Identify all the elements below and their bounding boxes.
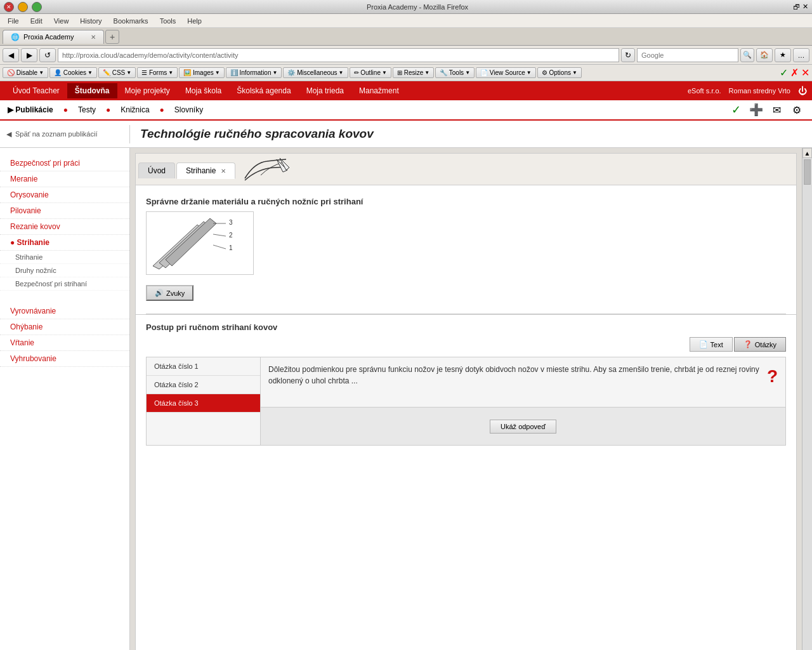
- menu-file[interactable]: File: [3, 16, 24, 26]
- sidebar-item-ohybanie[interactable]: Ohýbanie: [0, 319, 129, 335]
- sidebar-item-vyrovnavanie[interactable]: Vyrovnávanie: [0, 303, 129, 319]
- question-3[interactable]: Otázka číslo 3: [147, 394, 260, 413]
- back-button[interactable]: ◀: [3, 48, 19, 62]
- sidebar-item-strihanie[interactable]: Strihanie: [0, 235, 129, 251]
- menu-view[interactable]: View: [49, 16, 74, 26]
- sub-nav-bullet3: ●: [160, 105, 164, 114]
- content-tab-strihanie[interactable]: Strihanie ✕: [176, 162, 235, 179]
- sidebar-item-meranie[interactable]: Meranie: [0, 171, 129, 187]
- sub-nav-kniznica[interactable]: Knižnica: [121, 105, 149, 114]
- questions-panel: Otázka číslo 1 Otázka číslo 2 Otázka čís…: [146, 357, 786, 446]
- back-link[interactable]: ◀ Späť na zoznam publikácií: [6, 130, 123, 138]
- close-icon[interactable]: ✕: [802, 3, 808, 11]
- nav-studovna[interactable]: Študovňa: [67, 83, 117, 98]
- checkmark-icon[interactable]: ✓: [728, 102, 743, 117]
- sidebar-item-vrtanie[interactable]: Vŕtanie: [0, 335, 129, 351]
- dev-disable-btn[interactable]: 🚫 Disable ▼: [3, 67, 48, 78]
- sub-nav-slovniky[interactable]: Slovníky: [174, 105, 203, 114]
- reload-button[interactable]: ↺: [39, 48, 56, 62]
- sidebar-item-rezanie[interactable]: Rezanie kovov: [0, 219, 129, 235]
- menu-history[interactable]: History: [75, 16, 107, 26]
- sub-nav-publikacie[interactable]: ▶ Publikácie: [8, 105, 53, 114]
- nav-uvod[interactable]: Úvod Teacher: [5, 83, 67, 98]
- sidebar-sub-druhy[interactable]: Druhy nožníc: [0, 264, 129, 277]
- sidebar-item-pilovanie[interactable]: Pilovanie: [0, 203, 129, 219]
- diagram-caption: Správne držanie materiálu a ručných nožn…: [146, 197, 786, 206]
- show-answer-button[interactable]: Ukáž odpoveď: [490, 420, 556, 434]
- question-2[interactable]: Otázka číslo 2: [147, 376, 260, 394]
- dev-misc-btn[interactable]: ⚙️ Miscellaneous ▼: [283, 67, 348, 78]
- question-1[interactable]: Otázka číslo 1: [147, 357, 260, 376]
- bookmark-button[interactable]: ★: [775, 48, 791, 62]
- mail-icon[interactable]: ✉: [769, 102, 784, 117]
- resize-icon[interactable]: 🗗: [793, 3, 800, 11]
- tab-label: Proxia Academy: [23, 33, 74, 41]
- sub-nav-testy[interactable]: Testy: [78, 105, 96, 114]
- maximize-button[interactable]: [32, 2, 42, 12]
- more-button[interactable]: …: [793, 48, 809, 62]
- close-button[interactable]: ✕: [4, 2, 14, 12]
- nav-agenda[interactable]: Školská agenda: [229, 83, 298, 98]
- minimize-button[interactable]: [18, 2, 28, 12]
- tab-bar: 🌐 Proxia Academy ✕ +: [0, 28, 812, 46]
- refresh-button[interactable]: ↻: [621, 48, 635, 62]
- nav-skola[interactable]: Moja škola: [178, 83, 229, 98]
- url-bar[interactable]: [58, 48, 619, 62]
- dev-resize-btn[interactable]: ⊞ Resize ▼: [393, 67, 434, 78]
- dev-outline-btn[interactable]: ✏ Outline ▼: [350, 67, 391, 78]
- scissors-diagram-svg: 3 2 1: [147, 212, 248, 272]
- dev-images-btn[interactable]: 🖼️ Images ▼: [179, 67, 225, 78]
- tab-btn-text[interactable]: 📄 Text: [690, 337, 733, 352]
- menu-edit[interactable]: Edit: [25, 16, 48, 26]
- dev-css-btn[interactable]: ✏️ CSS ▼: [98, 67, 136, 78]
- content-tab-close-icon[interactable]: ✕: [221, 168, 226, 175]
- home-button[interactable]: 🏠: [756, 48, 773, 62]
- dev-error-icon[interactable]: ✗: [790, 67, 799, 79]
- nav-projekty[interactable]: Moje projekty: [117, 83, 178, 98]
- sidebar-sub-bezpecnost[interactable]: Bezpečnosť pri strihaní: [0, 277, 129, 291]
- nav-trieda[interactable]: Moja trieda: [299, 83, 351, 98]
- tab-btn-otazky[interactable]: ❓ Otázky: [734, 337, 786, 352]
- content-area: Úvod Strihanie ✕: [130, 148, 802, 650]
- sidebar-item-bezpecnost[interactable]: Bezpečnosť pri práci: [0, 156, 129, 171]
- menu-bookmarks[interactable]: Bookmarks: [108, 16, 154, 26]
- tab-close-icon[interactable]: ✕: [91, 34, 96, 41]
- page-title: Technológie ručného spracovania kovov: [130, 121, 812, 147]
- dev-tools-btn[interactable]: 🔧 Tools ▼: [435, 67, 475, 78]
- sidebar-item-vyhrubovanie[interactable]: Vyhrubovanie: [0, 351, 129, 367]
- search-button[interactable]: 🔍: [740, 48, 754, 62]
- settings-icon[interactable]: ⚙: [789, 102, 804, 117]
- section2-heading: Postup pri ručnom strihaní kovov: [146, 322, 786, 332]
- search-input[interactable]: [637, 48, 738, 62]
- logout-icon[interactable]: ⏻: [798, 86, 807, 96]
- scroll-thumb[interactable]: [804, 159, 811, 185]
- sidebar-sub-strihanie[interactable]: Strihanie: [0, 251, 129, 264]
- dev-close2-icon[interactable]: ✕: [801, 67, 809, 79]
- tab-favicon: 🌐: [11, 33, 20, 41]
- answer-area: Ukáž odpoveď: [261, 407, 785, 445]
- menu-help[interactable]: Help: [182, 16, 207, 26]
- menu-tools[interactable]: Tools: [155, 16, 181, 26]
- svg-line-4: [213, 234, 226, 236]
- dev-check-icon[interactable]: ✓: [780, 67, 788, 79]
- scroll-up-button[interactable]: ▲: [802, 148, 812, 158]
- browser-tab-proxia[interactable]: 🌐 Proxia Academy ✕: [3, 30, 104, 44]
- content-tab-uvod[interactable]: Úvod: [138, 162, 175, 178]
- sidebar-item-orysovanie[interactable]: Orysovanie: [0, 187, 129, 203]
- dev-forms-btn[interactable]: ☰ Forms ▼: [137, 67, 178, 78]
- forward-button[interactable]: ▶: [21, 48, 37, 62]
- dev-right-icons: ✓ ✗ ✕: [780, 67, 809, 79]
- svg-text:2: 2: [229, 232, 233, 239]
- sound-button[interactable]: 🔊 Zvuky: [146, 285, 193, 301]
- dev-cookies-btn[interactable]: 👤 Cookies ▼: [49, 67, 97, 78]
- tab-buttons: 📄 Text ❓ Otázky: [146, 337, 786, 352]
- dev-options-btn[interactable]: ⚙ Options ▼: [537, 67, 582, 78]
- add-icon[interactable]: ➕: [749, 102, 764, 117]
- svg-text:3: 3: [229, 219, 233, 226]
- new-tab-button[interactable]: +: [105, 30, 119, 44]
- title-bar: ✕ Proxia Academy - Mozilla Firefox 🗗 ✕: [0, 0, 812, 14]
- dev-viewsource-btn[interactable]: 📄 View Source ▼: [476, 67, 536, 78]
- dev-information-btn[interactable]: ℹ️ Information ▼: [226, 67, 282, 78]
- nav-manazment[interactable]: Manažment: [351, 83, 407, 98]
- content-tabs: Úvod Strihanie ✕: [136, 154, 796, 185]
